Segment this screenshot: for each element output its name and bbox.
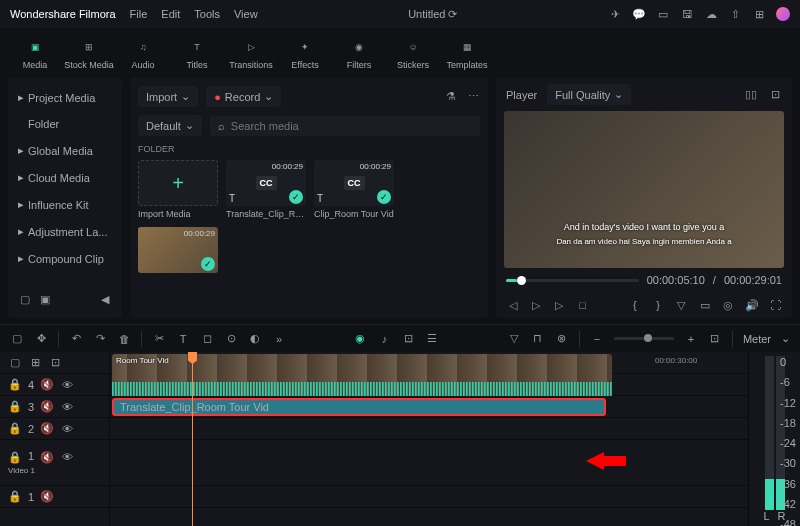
track-header[interactable]: 🔒3🔇👁 — [0, 396, 109, 418]
folder-open-icon[interactable]: ▣ — [38, 292, 52, 306]
next-frame-icon[interactable]: ▷ — [553, 298, 566, 312]
hide-icon[interactable]: 👁 — [60, 400, 74, 414]
hide-icon[interactable]: 👁 — [60, 450, 74, 464]
redo-icon[interactable]: ↷ — [93, 332, 107, 346]
sidebar-item-influence[interactable]: ▸Influence Kit — [8, 191, 122, 218]
stop-icon[interactable]: □ — [576, 298, 589, 312]
tab-stickers[interactable]: ☺Stickers — [388, 28, 438, 78]
hide-icon[interactable]: 👁 — [60, 378, 74, 392]
sidebar-item-global[interactable]: ▸Global Media — [8, 137, 122, 164]
sidebar-item-cloud[interactable]: ▸Cloud Media — [8, 164, 122, 191]
tl-hand-icon[interactable]: ✥ — [34, 332, 48, 346]
tab-filters[interactable]: ◉Filters — [334, 28, 384, 78]
tab-media[interactable]: ▣Media — [10, 28, 60, 78]
ratio-icon[interactable]: ▭ — [698, 298, 711, 312]
track-header[interactable]: 🔒2🔇👁 — [0, 418, 109, 440]
lock-icon[interactable]: 🔒 — [8, 400, 22, 414]
play-icon[interactable]: ▷ — [529, 298, 542, 312]
export-icon[interactable]: ⇧ — [728, 7, 742, 21]
track-audio-1[interactable] — [110, 486, 748, 508]
audio-tool-icon[interactable]: ♪ — [377, 332, 391, 346]
track-header[interactable]: 🔒1🔇 — [0, 486, 109, 508]
hide-icon[interactable]: 👁 — [60, 422, 74, 436]
mark-out-icon[interactable]: } — [652, 298, 665, 312]
split-icon[interactable]: ✂ — [152, 332, 166, 346]
tab-stock[interactable]: ⊞Stock Media — [64, 28, 114, 78]
mark-in-icon[interactable]: { — [628, 298, 641, 312]
lock-icon[interactable]: 🔒 — [8, 378, 22, 392]
media-item[interactable]: 00:00:29TCC✓ Clip_Room Tour Vid — [314, 160, 394, 219]
track-video-1[interactable]: Room Tour Vid — [110, 440, 748, 486]
record-dropdown[interactable]: ●Record⌄ — [206, 86, 281, 107]
more-icon[interactable]: ⋯ — [466, 90, 480, 104]
mute-icon[interactable]: 🔇 — [40, 490, 54, 504]
screen-icon[interactable]: ▭ — [656, 7, 670, 21]
playhead[interactable] — [192, 352, 193, 526]
fullscreen-icon[interactable]: ⛶ — [769, 298, 782, 312]
search-input[interactable] — [231, 120, 472, 132]
zoom-in-icon[interactable]: + — [684, 332, 698, 346]
send-icon[interactable]: ✈ — [608, 7, 622, 21]
color-icon[interactable]: ◐ — [248, 332, 262, 346]
sidebar-item-project[interactable]: ▸Project Media — [8, 84, 122, 111]
text-icon[interactable]: T — [176, 332, 190, 346]
tab-templates[interactable]: ▦Templates — [442, 28, 492, 78]
mixer-icon[interactable]: ☰ — [425, 332, 439, 346]
zoom-slider[interactable] — [614, 337, 674, 340]
sidebar-item-compound[interactable]: ▸Compound Clip — [8, 245, 122, 272]
zoom-knob[interactable] — [644, 334, 652, 342]
tl-opt3-icon[interactable]: ⊡ — [48, 356, 62, 370]
preview-viewport[interactable]: And in today's video I want to give you … — [504, 111, 784, 268]
mute-icon[interactable]: 🔇 — [40, 450, 54, 464]
zoom-out-icon[interactable]: − — [590, 332, 604, 346]
menu-file[interactable]: File — [130, 8, 148, 20]
speed-icon[interactable]: ⊙ — [224, 332, 238, 346]
tl-snap-icon[interactable]: ⊓ — [531, 332, 545, 346]
tab-audio[interactable]: ♫Audio — [118, 28, 168, 78]
media-import-tile[interactable]: + Import Media — [138, 160, 218, 219]
delete-icon[interactable]: 🗑 — [117, 332, 131, 346]
tab-transitions[interactable]: ▷Transitions — [226, 28, 276, 78]
chat-icon[interactable]: 💬 — [632, 7, 646, 21]
video-clip[interactable]: Room Tour Vid — [112, 354, 612, 396]
menu-view[interactable]: View — [234, 8, 258, 20]
menu-edit[interactable]: Edit — [161, 8, 180, 20]
mute-icon[interactable]: 🔇 — [40, 378, 54, 392]
tab-titles[interactable]: TTitles — [172, 28, 222, 78]
volume-icon[interactable]: 🔊 — [745, 298, 759, 312]
zoom-fit-icon[interactable]: ⊡ — [708, 332, 722, 346]
collapse-icon[interactable]: ◀ — [98, 292, 112, 306]
lock-icon[interactable]: 🔒 — [8, 450, 22, 464]
tab-effects[interactable]: ✦Effects — [280, 28, 330, 78]
track-header[interactable]: 🔒4🔇👁 — [0, 374, 109, 396]
import-dropdown[interactable]: Import⌄ — [138, 86, 198, 107]
user-avatar[interactable] — [776, 7, 790, 21]
track-2[interactable] — [110, 418, 748, 440]
prev-frame-icon[interactable]: ◁ — [506, 298, 519, 312]
cloud-icon[interactable]: ☁ — [704, 7, 718, 21]
timeline-tracks[interactable]: 00:00:05:00 00:00:10:00 00:00:15:00 00:0… — [110, 352, 748, 526]
lock-icon[interactable]: 🔒 — [8, 422, 22, 436]
mute-icon[interactable]: 🔇 — [40, 400, 54, 414]
media-item[interactable]: 00:00:29TCC✓ Translate_Clip_Room T... — [226, 160, 306, 219]
mute-icon[interactable]: 🔇 — [40, 422, 54, 436]
camera-icon[interactable]: ◎ — [721, 298, 734, 312]
track-3[interactable]: Translate_Clip_Room Tour Vid — [110, 396, 748, 418]
lock-icon[interactable]: 🔒 — [8, 490, 22, 504]
tl-link-icon[interactable]: ⊗ — [555, 332, 569, 346]
crop-icon[interactable]: ◻ — [200, 332, 214, 346]
sidebar-item-adjust[interactable]: ▸Adjustment La... — [8, 218, 122, 245]
tl-opt1-icon[interactable]: ▢ — [8, 356, 22, 370]
undo-icon[interactable]: ↶ — [69, 332, 83, 346]
save-icon[interactable]: 🖫 — [680, 7, 694, 21]
compare-icon[interactable]: ▯▯ — [744, 88, 758, 102]
progress-bar[interactable] — [506, 279, 639, 282]
progress-knob[interactable] — [517, 276, 526, 285]
filter-icon[interactable]: ⚗ — [444, 90, 458, 104]
sort-dropdown[interactable]: Default⌄ — [138, 115, 202, 136]
render-icon[interactable]: ⊡ — [401, 332, 415, 346]
folder-new-icon[interactable]: ▢ — [18, 292, 32, 306]
clip-highlighted[interactable]: Translate_Clip_Room Tour Vid — [112, 398, 606, 416]
sidebar-item-folder[interactable]: Folder — [8, 111, 122, 137]
quality-dropdown[interactable]: Full Quality⌄ — [547, 84, 631, 105]
